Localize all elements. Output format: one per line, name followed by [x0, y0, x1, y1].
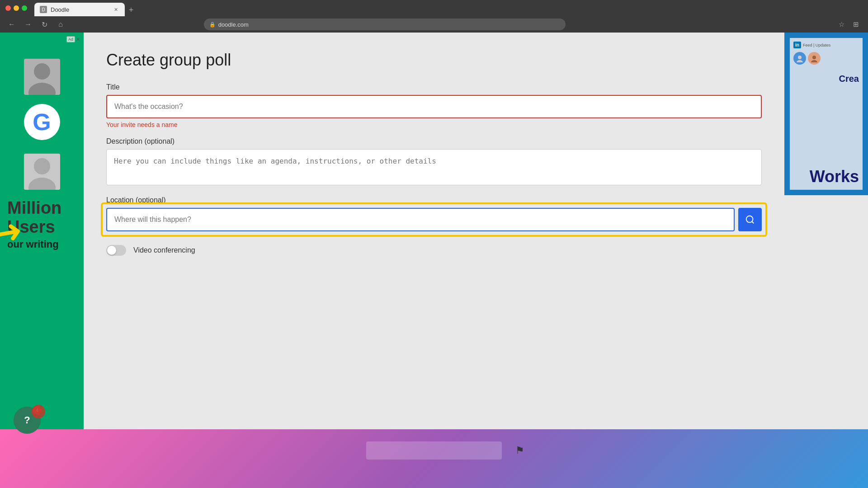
lock-icon: 🔒	[209, 22, 216, 28]
linkedin-feed-text: Feed | Updates	[803, 43, 830, 47]
toggle-knob	[107, 246, 116, 255]
description-label: Description (optional)	[106, 137, 762, 145]
svg-point-6	[746, 216, 753, 223]
location-map-button[interactable]	[738, 208, 762, 231]
tab-favicon: D	[40, 6, 47, 13]
ad-person-2	[24, 154, 60, 190]
help-question-mark: ?	[24, 414, 30, 426]
extensions-icon[interactable]: ⊞	[850, 18, 863, 31]
tab-close-btn[interactable]: ✕	[112, 6, 119, 13]
svg-line-7	[752, 221, 754, 223]
description-form-group: Description (optional)	[106, 137, 762, 187]
video-conferencing-label: Video conferencing	[133, 246, 195, 254]
title-form-group: Title Your invite needs a name	[106, 83, 762, 128]
active-tab[interactable]: D Doodle ✕	[34, 3, 125, 16]
browser-chrome: D Doodle ✕ + ← → ↻ ⌂ 🔒 doodle.com ☆ ⊞	[0, 0, 868, 33]
tab-title: Doodle	[51, 6, 69, 13]
toolbar-icons: ☆ ⊞	[835, 18, 863, 31]
back-button[interactable]: ←	[5, 18, 18, 31]
url-text: doodle.com	[218, 21, 249, 28]
svg-point-4	[34, 158, 50, 174]
left-advertisement: Ad ✕ G ➜ MillionUsers	[0, 33, 84, 488]
svg-point-11	[811, 60, 817, 62]
title-error-text: Your invite needs a name	[106, 121, 762, 128]
title-label: Title	[106, 83, 762, 91]
ad-label: Ad	[66, 36, 75, 42]
help-widget[interactable]: 4 ?	[14, 407, 41, 434]
address-bar-row: ← → ↻ ⌂ 🔒 doodle.com ☆ ⊞	[0, 16, 868, 33]
red-dots-decoration	[32, 405, 45, 418]
maximize-traffic-light[interactable]	[22, 5, 27, 11]
minimize-traffic-light[interactable]	[14, 5, 19, 11]
location-input-row	[106, 208, 762, 231]
traffic-lights	[5, 5, 27, 11]
banner-flag-icon: ⚑	[515, 445, 524, 456]
banner-content: ⚑	[0, 429, 868, 472]
right-ad-content: in Feed | Updates Crea Works	[784, 33, 868, 195]
home-button[interactable]: ⌂	[54, 18, 67, 31]
video-conferencing-toggle[interactable]	[106, 245, 126, 256]
g-logo: G	[24, 104, 60, 140]
video-conferencing-row: Video conferencing	[106, 245, 762, 256]
title-bar: D Doodle ✕ +	[0, 0, 868, 16]
right-ad-crea-text: Crea	[793, 74, 859, 84]
banner-input-mock	[366, 441, 502, 460]
svg-point-1	[34, 63, 50, 80]
ad-close-icon[interactable]: ✕	[76, 37, 80, 42]
svg-point-9	[797, 60, 803, 62]
close-traffic-light[interactable]	[5, 5, 11, 11]
title-input[interactable]	[106, 95, 762, 118]
forward-button[interactable]: →	[22, 18, 34, 31]
bottom-banner: ⚑	[0, 429, 868, 488]
location-label: Location (optional)	[106, 196, 762, 204]
main-area: Ad ✕ G ➜ MillionUsers	[0, 33, 868, 488]
tabs-bar: D Doodle ✕ +	[31, 0, 141, 16]
svg-point-10	[812, 56, 816, 59]
right-ad-works-text: Works	[810, 167, 859, 186]
right-advertisement: in Feed | Updates Crea Works	[784, 33, 868, 488]
linkedin-logo: in	[793, 42, 801, 48]
ad-person-1	[24, 59, 60, 95]
bottom-ad-area: ADVERTISEMENT HIDE ✕ ⚑	[0, 472, 868, 488]
refresh-button[interactable]: ↻	[38, 18, 51, 31]
main-content: Create group poll Title Your invite need…	[84, 33, 784, 488]
location-wrapper	[106, 208, 762, 231]
ad-badge: Ad ✕	[66, 36, 80, 42]
star-icon[interactable]: ☆	[835, 18, 848, 31]
page-title: Create group poll	[106, 51, 762, 70]
location-form-group: Location (optional)	[106, 196, 762, 231]
new-tab-button[interactable]: +	[125, 4, 137, 16]
description-input[interactable]	[106, 149, 762, 185]
svg-point-8	[798, 56, 802, 59]
location-input[interactable]	[106, 208, 735, 231]
address-bar[interactable]: 🔒 doodle.com	[204, 19, 566, 30]
